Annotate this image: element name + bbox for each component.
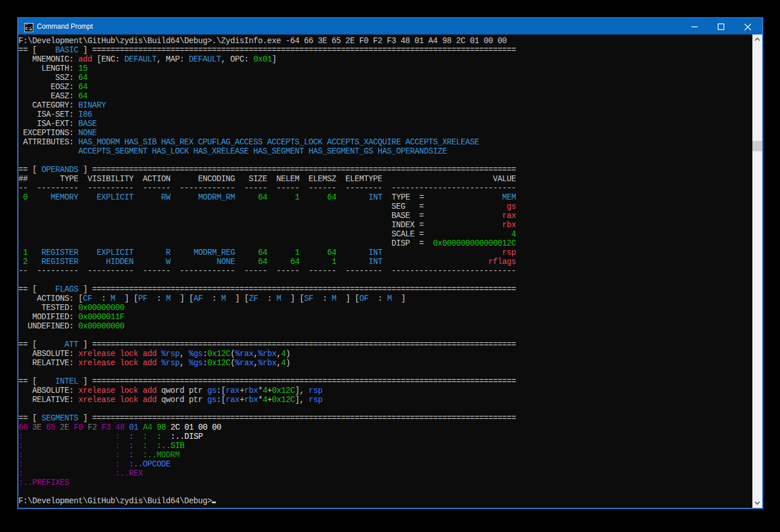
svg-text:C:\: C:\: [25, 27, 32, 31]
